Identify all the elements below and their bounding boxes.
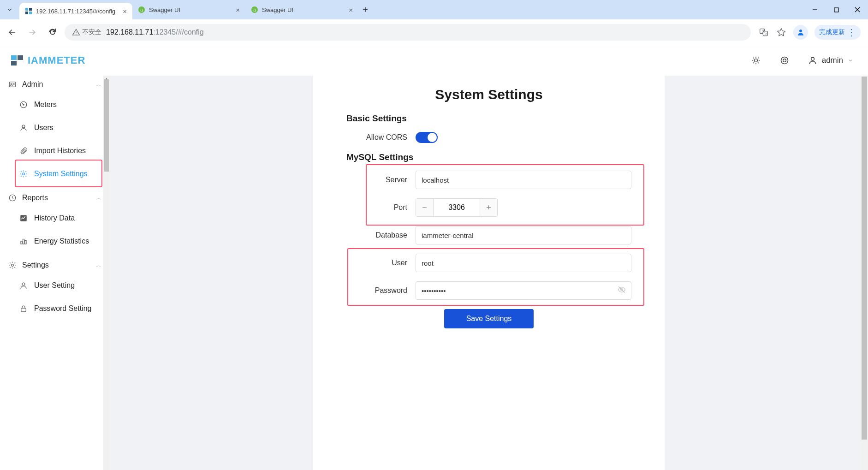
svg-rect-3 (29, 12, 32, 14)
sidebar-scrollbar[interactable]: ▲ (103, 76, 110, 470)
person-icon (19, 124, 28, 132)
browser-tab-active[interactable]: 192.168.11.71:12345/#/config × (19, 3, 132, 19)
chevron-down-icon (6, 6, 13, 13)
arrow-left-icon (7, 28, 17, 37)
svg-point-47 (22, 283, 25, 286)
nav-group-settings[interactable]: Settings ︿ (0, 253, 110, 274)
sidebar-item-system-settings[interactable]: System Settings (0, 162, 110, 185)
brand-name: IAMMETER (28, 54, 85, 66)
nav-group-admin[interactable]: Admin ︿ (0, 76, 110, 93)
translate-icon[interactable]: 文A (758, 27, 769, 38)
sidebar-item-user-setting[interactable]: User Setting (0, 274, 110, 297)
section-mysql-title: MySQL Settings (346, 152, 631, 162)
gear-icon (8, 261, 17, 269)
tab-close-button[interactable]: × (349, 6, 353, 14)
sidebar-item-history-data[interactable]: History Data (0, 207, 110, 230)
update-browser-button[interactable]: 完成更新⋮ (814, 25, 861, 40)
nav-reload-button[interactable] (44, 24, 61, 41)
url-text: 192.168.11.71:12345/#/config (106, 28, 204, 36)
allow-cors-label: Allow CORS (346, 133, 416, 142)
server-label: Server (346, 176, 416, 184)
person-icon (808, 56, 817, 65)
settings-help-button[interactable] (779, 55, 790, 65)
user-label: User (346, 259, 416, 267)
app-header: IAMMETER admin (0, 45, 868, 76)
page-title: System Settings (346, 87, 631, 102)
main-content: System Settings Basic Settings Allow COR… (110, 76, 868, 470)
svg-text:{}: {} (253, 8, 256, 12)
url-input[interactable]: 不安全 192.168.11.71:12345/#/config (65, 24, 751, 41)
tab-favicon-icon (25, 7, 32, 15)
svg-rect-19 (11, 61, 17, 65)
window-close-button[interactable] (847, 0, 868, 19)
toggle-knob (428, 133, 437, 142)
sidebar-item-password-setting[interactable]: Password Setting (0, 297, 110, 320)
sidebar-item-meters[interactable]: Meters (0, 93, 110, 116)
allow-cors-toggle[interactable] (416, 132, 438, 143)
port-decrement-button[interactable]: − (416, 199, 434, 216)
reload-icon (48, 28, 57, 37)
sun-icon (751, 56, 761, 65)
svg-point-40 (23, 173, 25, 175)
id-card-icon (8, 80, 17, 89)
eye-off-icon[interactable] (618, 286, 626, 296)
svg-point-46 (12, 264, 14, 267)
username-label: admin (822, 56, 843, 65)
port-increment-button[interactable]: + (480, 199, 497, 216)
svg-text:{}: {} (140, 8, 143, 12)
chevron-down-icon (848, 58, 853, 63)
bookmark-star-icon[interactable] (776, 27, 787, 38)
chevron-up-icon: ︿ (96, 81, 101, 89)
port-label: Port (346, 203, 416, 212)
window-controls (804, 0, 868, 19)
svg-point-16 (799, 30, 802, 32)
theme-toggle-button[interactable] (751, 55, 761, 65)
nav-back-button[interactable] (4, 24, 20, 41)
svg-rect-18 (18, 55, 23, 60)
tab-search-dropdown[interactable] (0, 0, 19, 19)
chevron-up-icon: ︿ (96, 194, 101, 202)
nav-forward-button[interactable] (24, 24, 41, 41)
gauge-icon (19, 101, 28, 109)
nav-group-reports[interactable]: Reports ︿ (0, 185, 110, 207)
svg-point-11 (76, 34, 76, 34)
database-input[interactable] (416, 226, 631, 244)
password-label: Password (346, 286, 416, 295)
logo-icon (11, 54, 25, 67)
new-tab-button[interactable]: + (358, 0, 372, 19)
save-settings-button[interactable]: Save Settings (444, 309, 534, 328)
tab-close-button[interactable]: × (123, 7, 127, 15)
browser-tab[interactable]: {} Swagger UI × (132, 0, 245, 19)
content-scrollbar[interactable] (861, 76, 868, 470)
brand-logo[interactable]: IAMMETER (11, 54, 85, 67)
profile-button[interactable] (793, 25, 808, 40)
svg-rect-17 (11, 55, 17, 60)
user-menu[interactable]: admin (808, 56, 853, 65)
svg-rect-44 (23, 239, 24, 244)
database-label: Database (346, 231, 416, 239)
svg-point-39 (22, 125, 25, 128)
circle-target-icon (780, 56, 789, 65)
tab-close-button[interactable]: × (236, 6, 240, 14)
user-input[interactable] (416, 254, 631, 272)
server-input[interactable] (416, 171, 631, 189)
browser-tab[interactable]: {} Swagger UI × (245, 0, 358, 19)
scrollbar-thumb[interactable] (104, 79, 109, 172)
svg-rect-33 (9, 82, 16, 87)
sidebar-item-users[interactable]: Users (0, 116, 110, 139)
window-maximize-button[interactable] (826, 0, 847, 19)
scrollbar-thumb[interactable] (862, 77, 867, 440)
port-stepper: − + (416, 198, 498, 217)
swagger-favicon-icon: {} (138, 6, 145, 13)
sidebar-item-energy-statistics[interactable]: Energy Statistics (0, 230, 110, 253)
password-input[interactable] (416, 281, 631, 300)
sidebar: Admin ︿ Meters Users Import Histories Sy… (0, 76, 110, 470)
svg-rect-43 (21, 241, 22, 244)
settings-panel: System Settings Basic Settings Allow COR… (313, 76, 665, 470)
sidebar-item-import-histories[interactable]: Import Histories (0, 139, 110, 162)
window-minimize-button[interactable] (804, 0, 826, 19)
port-input[interactable] (434, 199, 480, 216)
chart-line-icon (19, 214, 28, 222)
svg-rect-1 (29, 8, 32, 11)
paperclip-icon (19, 147, 28, 155)
